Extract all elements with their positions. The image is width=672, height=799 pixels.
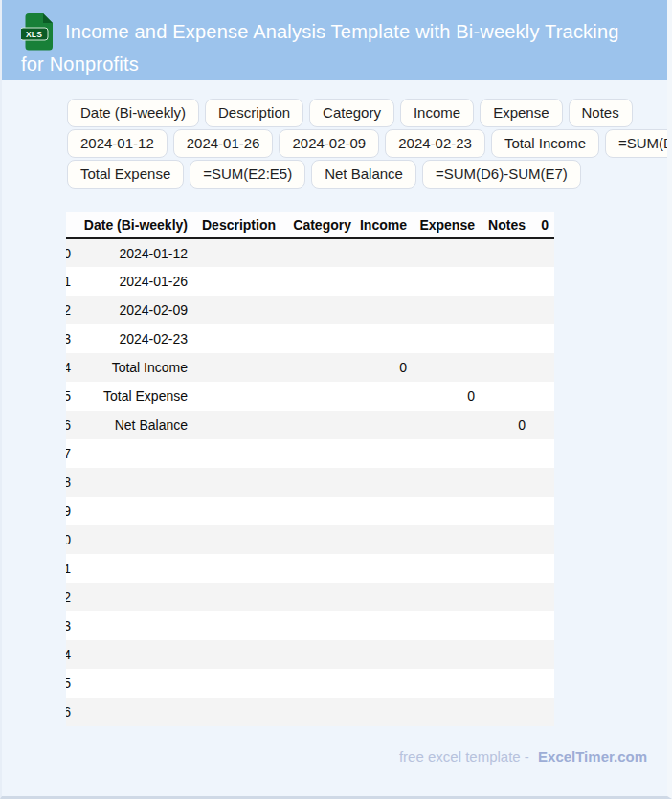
table-cell: 2024-01-12 (73, 238, 193, 267)
row-index-cell: 11 (66, 554, 73, 583)
cell-chip: 2024-02-09 (279, 129, 379, 158)
table-row: 6Net Balance0 (66, 411, 554, 439)
table-body: 02024-01-1212024-01-2622024-02-0932024-0… (66, 238, 554, 726)
row-index-cell: 2 (66, 296, 73, 324)
template-preview-page: XLS Income and Expense Analysis Template… (0, 0, 672, 799)
cell-chip: Notes (569, 99, 633, 127)
table-cell (481, 468, 531, 497)
table-row: 5Total Expense0 (66, 382, 554, 411)
table-cell (357, 439, 413, 468)
row-index-cell: 5 (66, 382, 73, 411)
table-cell (357, 669, 413, 698)
table-row: 4Total Income0 (66, 353, 554, 382)
table-cell (531, 267, 554, 296)
table-cell (413, 439, 481, 468)
table-cell (531, 554, 554, 583)
spreadsheet-preview-table: Date (Bi-weekly)DescriptionCategoryIncom… (66, 212, 554, 726)
table-cell (281, 525, 357, 554)
table-cell (281, 411, 357, 439)
table-cell (281, 669, 357, 698)
table-cell (531, 698, 554, 726)
row-index-cell: 3 (66, 324, 73, 353)
cell-chip: =SUM(D2:D5) (605, 129, 672, 158)
table-cell (73, 698, 193, 726)
table-cell (531, 439, 554, 468)
table-row: 11 (66, 554, 554, 583)
table-row: 32024-02-23 (66, 324, 554, 353)
table-cell (413, 497, 481, 525)
table-cell (413, 324, 481, 353)
row-index-cell: 10 (66, 525, 73, 554)
table-cell (193, 238, 281, 267)
title-bar: XLS Income and Expense Analysis Template… (2, 0, 667, 80)
table-cell (531, 497, 554, 525)
row-index-header (66, 212, 73, 238)
table-cell (531, 525, 554, 554)
row-index-cell: 9 (66, 497, 73, 525)
table-cell (413, 267, 481, 296)
table-cell: 2024-01-26 (73, 267, 193, 296)
table-cell (193, 468, 281, 497)
table-cell (281, 554, 357, 583)
table-cell (481, 382, 531, 411)
table-cell (281, 640, 357, 669)
row-index-cell: 4 (66, 353, 73, 382)
table-cell (193, 640, 281, 669)
table-cell (531, 382, 554, 411)
table-cell: 0 (481, 411, 531, 439)
table-cell (413, 296, 481, 324)
cell-chip: 2024-02-23 (385, 129, 485, 158)
cell-chip: Category (309, 99, 394, 127)
table-cell (193, 698, 281, 726)
table-cell: 2024-02-09 (73, 296, 193, 324)
table-cell (73, 640, 193, 669)
table-cell (357, 497, 413, 525)
table-row: 12024-01-26 (66, 267, 554, 296)
table-cell (413, 468, 481, 497)
row-index-cell: 0 (66, 238, 73, 267)
table-cell (73, 439, 193, 468)
table-cell (73, 497, 193, 525)
table-cell (281, 353, 357, 382)
cell-chip: Description (205, 99, 303, 127)
table-cell (357, 640, 413, 669)
xls-file-icon: XLS (21, 12, 54, 51)
table-cell (481, 353, 531, 382)
table-cell (357, 525, 413, 554)
table-cell (531, 468, 554, 497)
table-cell (281, 439, 357, 468)
cell-chip: Total Expense (67, 160, 184, 189)
table-row: 9 (66, 497, 554, 525)
table-cell (281, 382, 357, 411)
row-index-cell: 14 (66, 640, 73, 669)
table-cell (413, 238, 481, 267)
table-cell (73, 554, 193, 583)
table-cell (357, 554, 413, 583)
table-cell (73, 611, 193, 640)
chip-row: 2024-01-122024-01-262024-02-092024-02-23… (67, 129, 667, 158)
row-index-cell: 16 (66, 698, 73, 726)
table-row: 7 (66, 439, 554, 468)
table-cell (357, 238, 413, 267)
table-cell (413, 583, 481, 611)
table-cell (281, 267, 357, 296)
table-cell (481, 640, 531, 669)
row-index-cell: 8 (66, 468, 73, 497)
table-row: 22024-02-09 (66, 296, 554, 324)
table-cell (193, 296, 281, 324)
table-cell (531, 324, 554, 353)
svg-text:XLS: XLS (26, 30, 42, 39)
table-cell: 0 (357, 353, 413, 382)
cell-chip: Income (400, 99, 474, 127)
table-cell (193, 583, 281, 611)
column-header: Description (193, 212, 281, 238)
table-cell (413, 525, 481, 554)
table-cell (73, 583, 193, 611)
table-cell (281, 698, 357, 726)
table-cell (193, 411, 281, 439)
footer-brand-link[interactable]: ExcelTimer.com (538, 748, 647, 765)
chip-row: Total Expense=SUM(E2:E5)Net Balance=SUM(… (67, 160, 667, 189)
table-cell (531, 296, 554, 324)
table-cell (413, 611, 481, 640)
table-cell (193, 353, 281, 382)
